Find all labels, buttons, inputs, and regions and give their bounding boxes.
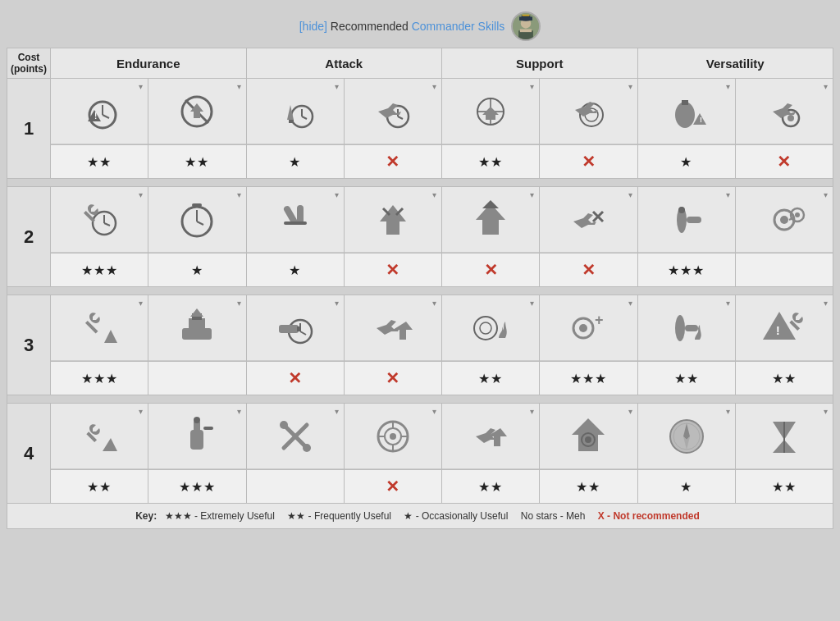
key-label: Key: (135, 510, 157, 522)
skill-icon-1-7: ▾ (735, 187, 833, 253)
skill-icon-3-4: ▾ (442, 404, 540, 470)
skill-rating-2-4: ★★ (442, 362, 540, 395)
skill-icon-3-6: ▾ (637, 404, 735, 470)
skill-icon-1-4: ▾ (442, 187, 540, 253)
skill-rating-2-7: ★★ (735, 362, 833, 395)
chevron-icon[interactable]: ▾ (628, 299, 632, 308)
chevron-icon[interactable]: ▾ (726, 82, 730, 91)
skill-icon-3-7: ▾ (735, 404, 833, 470)
spacer-row (7, 287, 833, 295)
svg-point-89 (280, 421, 288, 429)
skill-rating-0-5: ✕ (540, 145, 637, 179)
svg-rect-83 (190, 430, 203, 450)
hide-link[interactable]: [hide] (299, 20, 327, 33)
skill-stars: ★★ (87, 154, 112, 170)
chevron-icon[interactable]: ▾ (824, 407, 828, 416)
skill-icon-img (468, 89, 514, 135)
skill-icon-1-2: ▾ (246, 187, 344, 253)
chevron-icon[interactable]: ▾ (530, 299, 534, 308)
chevron-icon[interactable]: ▾ (139, 407, 143, 416)
chevron-icon[interactable]: ▾ (628, 407, 632, 416)
skill-icon-2-5: +▾ (540, 295, 637, 362)
skill-icon-0-7: ▾ (735, 79, 833, 145)
skill-icon-3-5: ▾ (540, 404, 637, 470)
skill-stars: ★★★ (81, 371, 118, 386)
chevron-icon[interactable]: ▾ (335, 407, 339, 416)
skill-stars: ★★ (478, 154, 503, 170)
not-recommended-cross: ✕ (386, 477, 399, 496)
chevron-icon[interactable]: ▾ (530, 407, 534, 416)
skill-icon-2-4: ▾ (442, 295, 540, 362)
skill-stars: ★ (289, 154, 301, 170)
svg-line-39 (197, 221, 203, 225)
skill-stars: ★★ (674, 371, 699, 386)
svg-marker-48 (482, 200, 499, 208)
chevron-icon[interactable]: ▾ (726, 190, 730, 199)
chevron-icon[interactable]: ▾ (139, 299, 143, 308)
skill-icon-1-3: ▾ (344, 187, 441, 253)
svg-line-17 (302, 116, 307, 119)
skill-icon-0-4: ▾ (442, 79, 540, 145)
skill-stars: ★ (289, 263, 301, 278)
svg-line-67 (300, 331, 306, 335)
chevron-icon[interactable]: ▾ (237, 407, 241, 416)
chevron-icon[interactable]: ▾ (432, 407, 436, 416)
chevron-icon[interactable]: ▾ (335, 299, 339, 308)
skill-stars: ★★★ (570, 371, 607, 386)
icon-row-2: 2▾▾▾▾▾▾▾▾ (7, 187, 833, 253)
skill-icon-img (76, 305, 122, 351)
skill-icon-2-2: ▾ (246, 295, 344, 362)
skill-icon-img: ! (761, 305, 807, 351)
skill-icon-img: + (565, 305, 611, 351)
not-recommended-cross: ✕ (386, 368, 399, 388)
skill-rating-1-4: ✕ (442, 253, 540, 287)
skill-icon-3-2: ▾ (246, 404, 344, 470)
svg-point-32 (788, 115, 794, 121)
skill-icon-img (664, 413, 710, 459)
skill-icon-0-2: ▾ (246, 79, 344, 145)
chevron-icon[interactable]: ▾ (824, 299, 828, 308)
skill-rating-3-2 (246, 470, 344, 504)
svg-point-85 (194, 417, 200, 423)
key-no-stars: No stars - Meh (521, 510, 586, 522)
chevron-icon[interactable]: ▾ (432, 299, 436, 308)
chevron-icon[interactable]: ▾ (237, 190, 241, 199)
chevron-icon[interactable]: ▾ (237, 299, 241, 308)
chevron-icon[interactable]: ▾ (432, 190, 436, 199)
skill-rating-3-6: ★ (637, 470, 735, 504)
chevron-icon[interactable]: ▾ (432, 82, 436, 91)
skill-rating-0-3: ✕ (344, 145, 441, 179)
svg-point-27 (675, 102, 695, 128)
skill-stars: ★★ (478, 371, 503, 386)
chevron-icon[interactable]: ▾ (824, 190, 828, 199)
svg-rect-61 (182, 328, 212, 340)
key-frequently-useful: ★★ - Frequently Useful (287, 510, 391, 522)
svg-rect-77 (685, 325, 698, 331)
chevron-icon[interactable]: ▾ (628, 82, 632, 91)
skill-rating-2-6: ★★ (637, 362, 735, 395)
skill-icon-0-6: !▾ (637, 79, 735, 145)
chevron-icon[interactable]: ▾ (335, 82, 339, 91)
chevron-icon[interactable]: ▾ (726, 299, 730, 308)
skill-icon-0-3: ▾ (344, 79, 441, 145)
chevron-icon[interactable]: ▾ (139, 190, 143, 199)
chevron-icon[interactable]: ▾ (824, 82, 828, 91)
svg-marker-82 (103, 438, 117, 451)
chevron-icon[interactable]: ▾ (628, 190, 632, 199)
not-recommended-cross: ✕ (777, 152, 791, 171)
skill-icon-1-0: ▾ (51, 187, 148, 253)
skill-rating-1-1: ★ (148, 253, 246, 287)
chevron-icon[interactable]: ▾ (530, 82, 534, 91)
skill-stars: ★★ (185, 154, 209, 170)
skill-rating-3-3: ✕ (344, 470, 441, 504)
skill-icon-2-1: ▾ (148, 295, 246, 362)
skill-stars: ★★ (772, 371, 797, 386)
chevron-icon[interactable]: ▾ (237, 82, 241, 91)
svg-line-35 (104, 223, 110, 226)
skill-icon-img (664, 305, 710, 351)
skill-rating-2-1 (148, 362, 246, 395)
chevron-icon[interactable]: ▾ (726, 407, 730, 416)
chevron-icon[interactable]: ▾ (335, 190, 339, 199)
chevron-icon[interactable]: ▾ (530, 190, 534, 199)
chevron-icon[interactable]: ▾ (139, 82, 143, 91)
